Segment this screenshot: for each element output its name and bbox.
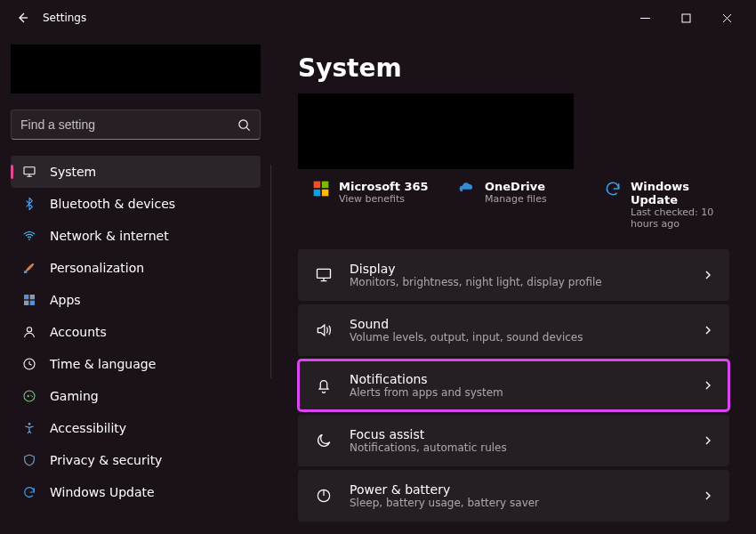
setting-tile-display[interactable]: DisplayMonitors, brightness, night light… — [298, 249, 729, 301]
quick-link-windows-update[interactable]: Windows UpdateLast checked: 10 hours ago — [604, 180, 729, 230]
sidebar-item-privacy-security[interactable]: Privacy & security — [11, 444, 261, 476]
m365-icon — [312, 180, 330, 198]
sidebar-item-label: Time & language — [50, 357, 156, 371]
tile-title: Notifications — [350, 372, 703, 386]
bell-icon — [314, 376, 334, 395]
svg-rect-15 — [314, 182, 321, 189]
bluetooth-icon — [21, 196, 37, 212]
sidebar-item-windows-update[interactable]: Windows Update — [11, 476, 261, 508]
shield-icon — [21, 452, 37, 468]
quick-link-microsoft-365[interactable]: Microsoft 365View benefits — [312, 180, 437, 230]
tile-subtitle: Monitors, brightness, night light, displ… — [350, 276, 703, 288]
account-icon — [21, 324, 37, 340]
sidebar-item-accounts[interactable]: Accounts — [11, 316, 261, 348]
sidebar-item-accessibility[interactable]: Accessibility — [11, 412, 261, 444]
window-controls — [624, 4, 747, 32]
svg-point-1 — [239, 119, 247, 127]
svg-point-14 — [28, 423, 31, 425]
svg-point-12 — [30, 395, 31, 396]
quick-subtitle: View benefits — [339, 193, 429, 205]
main-content: System Microsoft 365View benefitsOneDriv… — [271, 36, 756, 534]
back-button[interactable] — [9, 4, 36, 31]
sidebar-item-time-language[interactable]: Time & language — [11, 348, 261, 380]
svg-rect-0 — [682, 14, 690, 22]
quick-title: Windows Update — [631, 180, 729, 206]
back-arrow-icon — [15, 11, 29, 25]
sidebar-item-label: Privacy & security — [50, 453, 162, 467]
maximize-button[interactable] — [665, 4, 706, 32]
svg-rect-2 — [24, 167, 35, 174]
setting-tile-focus-assist[interactable]: Focus assistNotifications, automatic rul… — [298, 415, 729, 466]
sidebar-divider — [270, 165, 271, 378]
sidebar-item-label: Bluetooth & devices — [50, 197, 175, 211]
device-info-block — [298, 93, 574, 169]
window-title: Settings — [43, 12, 86, 24]
svg-rect-17 — [314, 190, 321, 197]
clock-icon — [21, 356, 37, 372]
apps-icon — [21, 292, 37, 308]
sidebar-item-label: Accounts — [50, 325, 107, 339]
power-icon — [314, 486, 334, 506]
chevron-right-icon — [703, 380, 713, 391]
page-title: System — [298, 53, 729, 83]
setting-tile-sound[interactable]: SoundVolume levels, output, input, sound… — [298, 304, 729, 356]
user-profile-block[interactable] — [11, 44, 261, 93]
search-input[interactable] — [20, 117, 237, 132]
sidebar-item-apps[interactable]: Apps — [11, 284, 261, 316]
svg-point-13 — [32, 396, 33, 397]
update-icon — [604, 180, 622, 198]
sound-icon — [314, 320, 334, 340]
sidebar-item-label: Accessibility — [50, 421, 126, 435]
wifi-icon — [21, 228, 37, 244]
update-icon — [21, 484, 37, 500]
quick-title: OneDrive — [485, 180, 547, 193]
moon-icon — [314, 431, 334, 450]
svg-rect-4 — [24, 271, 27, 273]
display-icon — [314, 265, 334, 285]
sidebar-item-system[interactable]: System — [11, 156, 261, 188]
svg-rect-7 — [24, 301, 28, 305]
svg-point-9 — [27, 328, 31, 332]
quick-link-onedrive[interactable]: OneDriveManage files — [458, 180, 583, 230]
svg-rect-5 — [24, 295, 28, 299]
sidebar: SystemBluetooth & devicesNetwork & inter… — [0, 36, 271, 534]
sidebar-item-label: Windows Update — [50, 485, 155, 499]
svg-rect-8 — [30, 301, 35, 305]
sidebar-item-label: Gaming — [50, 389, 99, 403]
chevron-right-icon — [703, 270, 713, 280]
quick-subtitle: Manage files — [485, 193, 547, 205]
brush-icon — [21, 260, 37, 276]
tile-title: Focus assist — [350, 427, 703, 441]
sidebar-item-label: System — [50, 165, 96, 179]
svg-rect-18 — [322, 190, 329, 197]
setting-tile-notifications[interactable]: NotificationsAlerts from apps and system — [298, 360, 729, 411]
sidebar-item-gaming[interactable]: Gaming — [11, 380, 261, 412]
close-button[interactable] — [706, 4, 747, 32]
gaming-icon — [21, 388, 37, 404]
tile-title: Sound — [350, 317, 703, 331]
search-icon — [237, 118, 251, 132]
svg-rect-6 — [30, 295, 35, 299]
accessibility-icon — [21, 420, 37, 436]
onedrive-icon — [458, 180, 476, 198]
tile-subtitle: Volume levels, output, input, sound devi… — [350, 331, 703, 344]
sidebar-item-label: Apps — [50, 293, 81, 307]
tile-subtitle: Sleep, battery usage, battery saver — [350, 497, 703, 509]
search-box[interactable] — [11, 109, 261, 140]
sidebar-item-label: Network & internet — [50, 229, 169, 243]
tile-title: Display — [350, 262, 703, 276]
sidebar-item-network-internet[interactable]: Network & internet — [11, 220, 261, 252]
setting-tile-power-battery[interactable]: Power & batterySleep, battery usage, bat… — [298, 470, 729, 522]
svg-point-3 — [28, 239, 30, 240]
tile-subtitle: Notifications, automatic rules — [350, 441, 703, 454]
tile-title: Power & battery — [350, 482, 703, 497]
display-icon — [21, 164, 37, 180]
quick-subtitle: Last checked: 10 hours ago — [631, 206, 729, 230]
sidebar-item-bluetooth-devices[interactable]: Bluetooth & devices — [11, 188, 261, 220]
tile-subtitle: Alerts from apps and system — [350, 386, 703, 399]
sidebar-item-label: Personalization — [50, 261, 144, 275]
sidebar-item-personalization[interactable]: Personalization — [11, 252, 261, 284]
minimize-button[interactable] — [624, 4, 665, 32]
svg-rect-16 — [322, 182, 329, 189]
chevron-right-icon — [703, 490, 713, 501]
